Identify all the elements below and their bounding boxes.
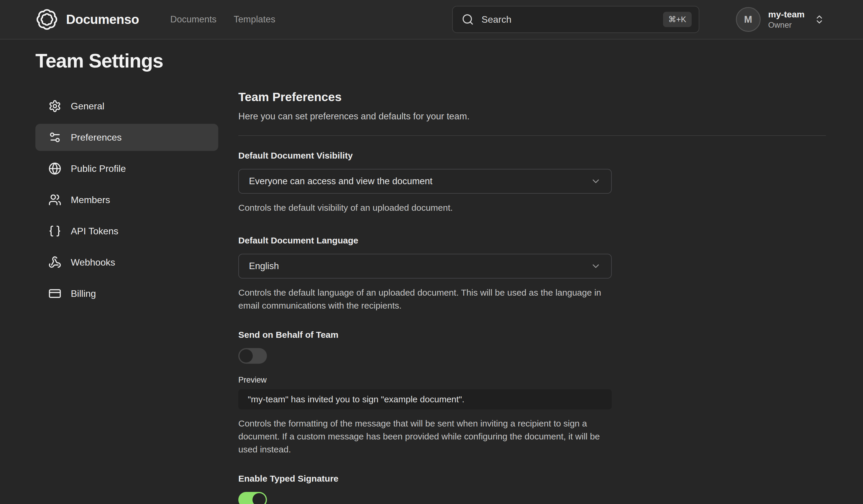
language-select-value: English [249, 261, 590, 271]
chevrons-up-down-icon [814, 14, 825, 25]
top-navbar: Documenso Documents Templates ⌘+K M my-t… [0, 0, 863, 39]
settings-sidebar: General Preferences Public Profile Membe… [35, 92, 218, 504]
team-avatar: M [736, 7, 761, 32]
sidebar-item-label: Billing [71, 288, 96, 299]
sidebar-item-label: API Tokens [71, 226, 118, 237]
toggle-knob [252, 493, 266, 504]
send-on-behalf-toggle[interactable] [238, 348, 267, 364]
sidebar-item-label: General [71, 101, 104, 112]
globe-icon [48, 162, 61, 175]
chevron-down-icon [590, 176, 601, 186]
page-title: Team Settings [35, 50, 863, 72]
sidebar-item-api-tokens[interactable]: API Tokens [35, 218, 218, 245]
language-label: Default Document Language [238, 235, 612, 246]
section-heading: Team Preferences [238, 90, 826, 104]
team-meta: my-team Owner [768, 10, 804, 30]
search-icon [462, 13, 474, 26]
primary-nav: Documents Templates [170, 14, 275, 25]
sidebar-item-label: Preferences [71, 132, 122, 143]
sidebar-item-label: Webhooks [71, 257, 115, 268]
team-name: my-team [768, 10, 804, 20]
team-role: Owner [768, 21, 804, 30]
sidebar-item-billing[interactable]: Billing [35, 280, 218, 307]
search-input[interactable] [481, 14, 663, 25]
visibility-select[interactable]: Everyone can access and view the documen… [238, 169, 612, 194]
users-icon [48, 193, 61, 206]
section-subheading: Here you can set preferences and default… [238, 111, 826, 122]
chevron-down-icon [590, 261, 601, 271]
language-select[interactable]: English [238, 254, 612, 279]
preview-label: Preview [238, 375, 612, 385]
sidebar-item-webhooks[interactable]: Webhooks [35, 249, 218, 276]
documenso-logo[interactable]: Documenso [35, 8, 139, 31]
language-help: Controls the default language of an uplo… [238, 286, 612, 312]
documenso-rosette-icon [35, 8, 59, 31]
credit-card-icon [48, 287, 61, 300]
sliders-icon [48, 131, 61, 144]
global-search[interactable]: ⌘+K [452, 6, 699, 33]
section-divider [238, 135, 826, 136]
brand-name: Documenso [66, 12, 139, 27]
sidebar-item-label: Members [71, 195, 110, 205]
sidebar-item-label: Public Profile [71, 163, 126, 174]
preferences-panel: Team Preferences Here you can set prefer… [238, 90, 826, 504]
preview-text: "my-team" has invited you to sign "examp… [248, 395, 464, 404]
team-switcher[interactable]: M my-team Owner [736, 7, 825, 32]
content-area: General Preferences Public Profile Membe… [0, 72, 863, 504]
search-shortcut-badge: ⌘+K [663, 12, 692, 27]
send-on-behalf-help: Controls the formatting of the message t… [238, 417, 612, 456]
toggle-knob [239, 349, 253, 363]
typed-signature-toggle[interactable] [238, 492, 267, 504]
nav-link-templates[interactable]: Templates [234, 14, 275, 25]
sidebar-item-public-profile[interactable]: Public Profile [35, 155, 218, 182]
visibility-label: Default Document Visibility [238, 151, 612, 160]
sidebar-item-members[interactable]: Members [35, 186, 218, 214]
visibility-select-value: Everyone can access and view the documen… [249, 176, 590, 186]
braces-icon [48, 224, 61, 237]
send-on-behalf-label: Send on Behalf of Team [238, 330, 612, 340]
webhook-icon [48, 256, 61, 269]
nav-link-documents[interactable]: Documents [170, 14, 216, 25]
visibility-help: Controls the default visibility of an up… [238, 201, 612, 214]
sidebar-item-preferences[interactable]: Preferences [35, 124, 218, 151]
gear-icon [48, 100, 61, 113]
typed-signature-label: Enable Typed Signature [238, 474, 612, 484]
preview-box: "my-team" has invited you to sign "examp… [238, 389, 612, 409]
sidebar-item-general[interactable]: General [35, 92, 218, 120]
